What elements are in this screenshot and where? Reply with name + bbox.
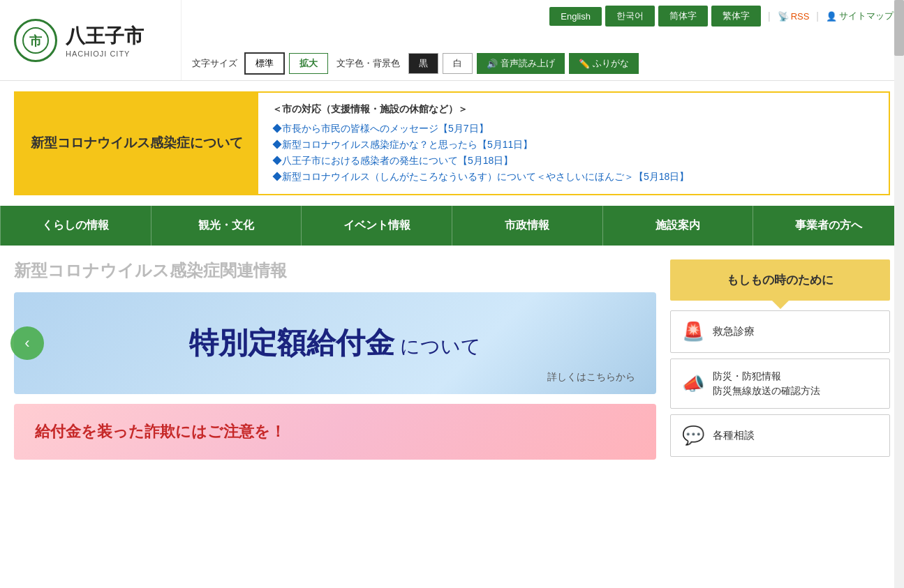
chat-icon: 💬: [682, 425, 704, 446]
logo-circle: 市: [14, 19, 57, 62]
corona-links-list: ◆市長から市民の皆様へのメッセージ【5月7日】 ◆新型コロナウイルス感染症かな？…: [272, 123, 875, 183]
moshimo-label: もしもの時のために: [727, 273, 833, 287]
list-item: ◆新型コロナウイルス感染症かな？と思ったら【5月11日】: [272, 139, 875, 151]
corona-label-box: 新型コロナウイルス感染症について: [15, 93, 258, 194]
sitemap-icon: 👤: [826, 11, 837, 22]
scrollbar-track[interactable]: [894, 0, 904, 462]
list-item: ◆新型コロナウイルス（しんがたころなういるす）について＜やさしいにほんご＞【5月…: [272, 171, 875, 183]
header-right: English 한국어 简体字 繁体字 | 📡 RSS | 👤 サイトマップ 文…: [181, 0, 904, 80]
lang-btn-simplified[interactable]: 简体字: [658, 6, 708, 27]
section-title: 新型コロナウイルス感染症関連情報: [14, 259, 656, 282]
corona-link-4[interactable]: ◆新型コロナウイルス（しんがたころなういるす）について＜やさしいにほんご＞【5月…: [272, 171, 689, 182]
nav-bar: くらしの情報 観光・文化 イベント情報 市政情報 施設案内 事業者の方へ: [0, 206, 904, 246]
list-item: ◆市長から市民の皆様へのメッセージ【5月7日】: [272, 123, 875, 135]
sidebar-item-bousai[interactable]: 📣 防災・防犯情報防災無線放送の確認方法: [670, 359, 890, 409]
megaphone-icon: 📣: [682, 373, 704, 395]
banner-normal-text: について: [400, 336, 481, 357]
corona-link-1[interactable]: ◆市長から市民の皆様へのメッセージ【5月7日】: [272, 123, 489, 134]
font-large-btn[interactable]: 拡大: [289, 53, 328, 74]
pencil-icon: ✏️: [579, 59, 590, 69]
lang-bar: English 한국어 简体字 繁体字 | 📡 RSS | 👤 サイトマップ: [192, 6, 894, 27]
lang-btn-traditional[interactable]: 繁体字: [711, 6, 761, 27]
divider2: |: [816, 10, 819, 22]
moshimo-box[interactable]: もしもの時のために: [670, 259, 890, 301]
corona-link-3[interactable]: ◆八王子市における感染者の発生について【5月18日】: [272, 155, 513, 166]
banner-bold-text: 特別定額給付金: [189, 326, 394, 359]
banner-subtext: 詳しくはこちらから: [547, 371, 635, 384]
main-area: 新型コロナウイルス感染症関連情報 特別定額給付金 について 詳しくはこちらから …: [0, 246, 904, 462]
color-black-btn[interactable]: 黒: [408, 53, 438, 74]
audio-label: 音声読み上げ: [501, 57, 555, 70]
rss-icon: 📡: [778, 11, 789, 22]
rss-label: RSS: [791, 11, 810, 22]
slider-area: 特別定額給付金 について 詳しくはこちらから ‹: [14, 292, 656, 394]
controls-bar: 文字サイズ 標準 拡大 文字色・背景色 黒 白 🔊 音声読み上げ ✏️ ふりがな: [192, 52, 894, 75]
sidebar-item-sodan[interactable]: 💬 各種相談: [670, 414, 890, 457]
banner2-text: 給付金を装った詐欺にはご注意を！: [35, 421, 286, 442]
nav-item-kanko[interactable]: 観光・文化: [151, 206, 302, 246]
list-item: ◆八王子市における感染者の発生について【5月18日】: [272, 155, 875, 167]
kyukyu-label: 救急診療: [713, 325, 755, 338]
header: 市 八王子市 HACHIOJI CITY English 한국어 简体字 繁体字…: [0, 0, 904, 81]
bousai-label: 防災・防犯情報防災無線放送の確認方法: [713, 369, 820, 398]
corona-title: ＜市の対応（支援情報・施設の休館など）＞: [272, 103, 875, 116]
moshimo-arrow: [772, 301, 789, 309]
speaker-icon: 🔊: [487, 59, 498, 69]
furigana-btn[interactable]: ✏️ ふりがな: [569, 53, 639, 74]
furigana-label: ふりがな: [593, 57, 629, 70]
corona-content-box: ＜市の対応（支援情報・施設の休館など）＞ ◆市長から市民の皆様へのメッセージ【5…: [258, 93, 889, 194]
logo-area: 市 八王子市 HACHIOJI CITY: [0, 0, 181, 80]
nav-item-jigyosha[interactable]: 事業者の方へ: [753, 206, 904, 246]
scrollbar-thumb[interactable]: [894, 0, 904, 56]
slider-banner-1[interactable]: 特別定額給付金 について 詳しくはこちらから: [14, 292, 656, 394]
sitemap-link[interactable]: 👤 サイトマップ: [826, 10, 894, 22]
corona-link-2[interactable]: ◆新型コロナウイルス感染症かな？と思ったら【5月11日】: [272, 139, 533, 150]
logo-text: 八王子市 HACHIOJI CITY: [66, 23, 144, 58]
logo-english: HACHIOJI CITY: [66, 50, 144, 58]
font-standard-btn[interactable]: 標準: [244, 52, 285, 75]
lang-btn-korean[interactable]: 한국어: [605, 6, 655, 27]
slider-prev-btn[interactable]: ‹: [10, 326, 44, 360]
color-label: 文字色・背景色: [336, 57, 400, 70]
lang-btn-english[interactable]: English: [549, 7, 602, 26]
sitemap-label: サイトマップ: [839, 10, 894, 22]
left-col: 新型コロナウイルス感染症関連情報 特別定額給付金 について 詳しくはこちらから …: [14, 259, 656, 462]
svg-text:市: 市: [29, 33, 43, 48]
emergency-icon: 🚨: [682, 321, 704, 342]
nav-item-shisetsu[interactable]: 施設案内: [603, 206, 754, 246]
right-col: もしもの時のために 🚨 救急診療 📣 防災・防犯情報防災無線放送の確認方法 💬 …: [670, 259, 890, 462]
nav-item-shsei[interactable]: 市政情報: [452, 206, 603, 246]
nav-item-event[interactable]: イベント情報: [302, 206, 452, 246]
font-size-label: 文字サイズ: [192, 57, 237, 70]
sidebar-item-kyukyu[interactable]: 🚨 救急診療: [670, 310, 890, 353]
audio-btn[interactable]: 🔊 音声読み上げ: [477, 53, 565, 74]
corona-label-text: 新型コロナウイルス感染症について: [31, 133, 243, 153]
banner-text: 特別定額給付金 について: [189, 324, 482, 363]
nav-item-kurashi[interactable]: くらしの情報: [0, 206, 151, 246]
logo-japanese: 八王子市: [66, 23, 144, 50]
corona-notice: 新型コロナウイルス感染症について ＜市の対応（支援情報・施設の休館など）＞ ◆市…: [14, 91, 890, 195]
divider: |: [768, 10, 771, 22]
sodan-label: 各種相談: [713, 429, 755, 442]
city-emblem-icon: 市: [22, 27, 50, 54]
rss-link[interactable]: 📡 RSS: [778, 11, 810, 22]
slider-banner-2[interactable]: 給付金を装った詐欺にはご注意を！: [14, 404, 656, 460]
color-white-btn[interactable]: 白: [443, 53, 473, 74]
